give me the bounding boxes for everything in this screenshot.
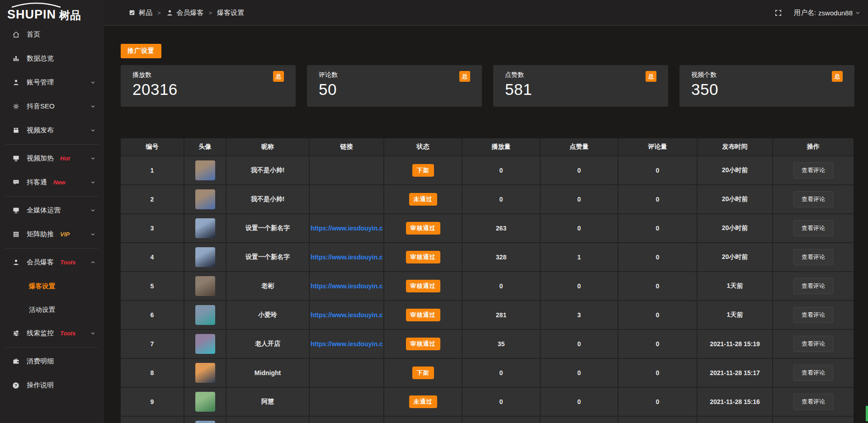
sidebar-item-member-baoke[interactable]: 会员爆客Tools: [0, 250, 104, 274]
total-badge: 总: [273, 71, 284, 82]
view-comments-button[interactable]: 查看评论: [793, 249, 833, 265]
sidebar-item-label: 视频发布: [27, 126, 54, 135]
publish-time-cell: 1天前: [698, 301, 772, 329]
stat-value: 350: [691, 80, 843, 99]
column-header: 播放量: [462, 138, 540, 155]
breadcrumb-item[interactable]: 会员爆客: [166, 9, 204, 17]
status-badge: 审核通过: [406, 338, 440, 350]
publish-time-cell: 20小时前: [698, 156, 772, 184]
bar-chart-icon: [12, 55, 20, 62]
sidebar-item-tag: Tools: [60, 259, 75, 266]
status-cell: 未通过: [384, 388, 462, 416]
sidebar-nav: 首页数据总览账号管理抖音SEO视频发布视频加热Hot抖客通New全媒体运营矩阵助…: [0, 23, 104, 397]
column-header: 评论量: [618, 138, 697, 155]
view-comments-button[interactable]: 查看评论: [793, 162, 833, 179]
sidebar-item-media-operation[interactable]: 全媒体运营: [0, 198, 104, 222]
table-cell: [618, 417, 697, 423]
promote-settings-button[interactable]: 推广设置: [121, 44, 161, 58]
view-comments-button[interactable]: 查看评论: [793, 307, 833, 323]
chevron-down-icon: [855, 10, 861, 16]
sidebar-item-label: 会员爆客: [27, 258, 54, 267]
nickname-cell: 老人开店: [226, 330, 309, 358]
avatar: [195, 392, 215, 412]
table-cell: [384, 417, 462, 423]
row-number-cell: 2: [121, 185, 184, 213]
sidebar-item-video-heat[interactable]: 视频加热Hot: [0, 146, 104, 170]
sidebar-item-label: 线索监控: [27, 329, 54, 338]
likes-cell: 1: [541, 243, 618, 271]
sidebar-item-consumption-detail[interactable]: 消费明细: [0, 349, 104, 373]
logo[interactable]: SHUPIN 树品: [0, 0, 104, 23]
sidebar-item-data-overview[interactable]: 数据总览: [0, 47, 104, 70]
chevron-up-icon: [90, 259, 96, 265]
chevron-down-icon: [90, 231, 96, 237]
view-comments-button[interactable]: 查看评论: [793, 191, 833, 207]
link-cell: https://www.iesdouyin.c: [310, 243, 383, 271]
comments-cell: 0: [618, 214, 697, 242]
row-number-cell: 5: [121, 272, 184, 300]
avatar-cell: [184, 417, 226, 423]
sidebar-item-matrix-boost[interactable]: 矩阵助推VIP: [0, 222, 104, 246]
stat-label: 评论数: [319, 71, 470, 79]
comments-cell: 0: [618, 243, 697, 271]
nickname-cell: 设置一个新名字: [226, 214, 309, 242]
likes-cell: 0: [541, 359, 618, 387]
sidebar-item-douketong[interactable]: 抖客通New: [0, 170, 104, 194]
publish-time-cell: 1天前: [698, 272, 772, 300]
nickname-cell: 老彬: [226, 272, 309, 300]
user-menu[interactable]: 用户名: zswodun88: [794, 9, 861, 17]
column-header: 链接: [310, 138, 383, 155]
video-link[interactable]: https://www.iesdouyin.c: [310, 282, 383, 290]
sidebar-item-douyin-seo[interactable]: 抖音SEO: [0, 94, 104, 118]
table-cell: [121, 417, 184, 423]
avatar: [195, 334, 215, 354]
column-header: 编号: [121, 138, 184, 155]
video-link[interactable]: https://www.iesdouyin.c: [310, 311, 383, 319]
video-camera-icon: [12, 127, 20, 134]
view-comments-button[interactable]: 查看评论: [793, 365, 833, 381]
view-comments-button[interactable]: 查看评论: [793, 220, 833, 236]
view-comments-button[interactable]: 查看评论: [793, 394, 833, 410]
plays-cell: 35: [462, 330, 540, 358]
link-cell: https://www.iesdouyin.c: [310, 272, 383, 300]
action-cell: 查看评论: [773, 156, 854, 184]
status-cell: 审核通过: [384, 301, 462, 329]
sidebar-divider: [5, 347, 99, 348]
comments-cell: 0: [618, 301, 697, 329]
status-cell: 下架: [384, 359, 462, 387]
avatar: [195, 305, 215, 325]
sidebar-item-account-management[interactable]: 账号管理: [0, 70, 104, 94]
stat-value: 581: [505, 80, 656, 99]
nickname-cell: 我不是小帅!: [226, 156, 309, 184]
view-comments-button[interactable]: 查看评论: [793, 336, 833, 352]
sidebar-item-clue-monitor[interactable]: 线索监控Tools: [0, 321, 104, 345]
video-link[interactable]: https://www.iesdouyin.c: [310, 254, 383, 261]
link-cell: https://www.iesdouyin.c: [310, 214, 383, 242]
status-cell: 下架: [384, 156, 462, 184]
sidebar-item-video-publish[interactable]: 视频发布: [0, 118, 104, 142]
status-cell: 审核通过: [384, 214, 462, 242]
plays-cell: 328: [462, 243, 540, 271]
chevron-down-icon: [90, 80, 96, 85]
view-comments-button[interactable]: 查看评论: [793, 278, 833, 294]
likes-cell: 0: [541, 185, 618, 213]
user-icon: [12, 79, 20, 86]
sidebar-item-label: 首页: [27, 30, 40, 39]
fullscreen-icon[interactable]: [774, 9, 782, 17]
sidebar-subitem-1[interactable]: 活动设置: [0, 298, 104, 321]
avatar-cell: [184, 185, 226, 213]
scrollbar-thumb[interactable]: [866, 406, 868, 421]
breadcrumb-label: 树品: [139, 9, 152, 17]
video-link[interactable]: https://www.iesdouyin.c: [310, 340, 383, 348]
chevron-down-icon: [90, 127, 96, 133]
svg-text:?: ?: [14, 383, 17, 388]
sidebar-item-home[interactable]: 首页: [0, 23, 104, 47]
app-root: SHUPIN 树品 首页数据总览账号管理抖音SEO视频发布视频加热Hot抖客通N…: [0, 0, 868, 423]
video-link[interactable]: https://www.iesdouyin.c: [310, 225, 383, 232]
breadcrumb-item[interactable]: 树品: [128, 9, 152, 17]
plays-cell: 0: [462, 185, 540, 213]
sidebar-subitem-active[interactable]: 爆客设置: [0, 274, 104, 298]
sidebar-item-operation-guide[interactable]: ?操作说明: [0, 373, 104, 397]
monitor-play-icon: [12, 155, 20, 162]
status-cell: 审核通过: [384, 330, 462, 358]
